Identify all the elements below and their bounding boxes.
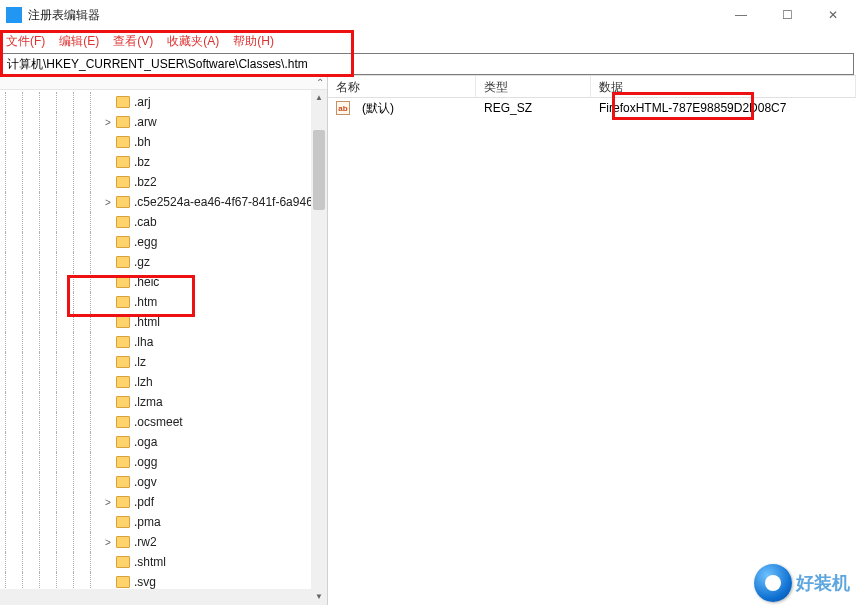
folder-icon [116,436,130,448]
tree-item[interactable]: .lzma [0,392,327,412]
address-bar[interactable] [2,53,854,75]
tree-item[interactable]: .html [0,312,327,332]
tree-item-label: .oga [134,435,157,449]
tree-scrollbar-vertical[interactable]: ▲ ▼ [311,90,327,605]
folder-icon [116,356,130,368]
tree-pane: ⌃ .arj>.arw.bh.bz.bz2>.c5e2524a-ea46-4f6… [0,76,328,605]
maximize-button[interactable]: ☐ [764,0,810,30]
folder-icon [116,296,130,308]
tree-item[interactable]: .gz [0,252,327,272]
watermark-text: 好装机 [796,571,850,595]
tree-item[interactable]: .pma [0,512,327,532]
scroll-up-icon[interactable]: ▲ [311,90,327,106]
tree-item[interactable]: .bh [0,132,327,152]
tree-item-label: .bz2 [134,175,157,189]
folder-icon [116,516,130,528]
tree-item[interactable]: .ogg [0,452,327,472]
tree-item-label: .arj [134,95,151,109]
tree-item-label: .bz [134,155,150,169]
tree-item[interactable]: >.c5e2524a-ea46-4f67-841f-6a9465d [0,192,327,212]
tree-item-label: .lzma [134,395,163,409]
expand-icon[interactable]: > [102,497,114,508]
tree-item-label: .arw [134,115,157,129]
scroll-down-icon[interactable]: ▼ [311,589,327,605]
value-type: REG_SZ [476,101,591,115]
value-name: (默认) [354,100,476,117]
scroll-thumb[interactable] [313,130,325,210]
column-name[interactable]: 名称 [328,76,476,98]
watermark-logo-icon [754,564,792,602]
menu-file[interactable]: 文件(F) [6,33,45,50]
tree-item[interactable]: .bz [0,152,327,172]
app-icon [6,7,22,23]
menu-bar: 文件(F) 编辑(E) 查看(V) 收藏夹(A) 帮助(H) [0,30,856,52]
tree-item-label: .pma [134,515,161,529]
tree-collapse-icon[interactable]: ⌃ [313,76,327,90]
content-area: ⌃ .arj>.arw.bh.bz.bz2>.c5e2524a-ea46-4f6… [0,75,856,605]
tree-item[interactable]: .lz [0,352,327,372]
tree-item-label: .lha [134,335,153,349]
folder-icon [116,136,130,148]
folder-icon [116,416,130,428]
folder-icon [116,396,130,408]
folder-icon [116,576,130,588]
tree-item-label: .lz [134,355,146,369]
folder-icon [116,176,130,188]
column-type[interactable]: 类型 [476,76,591,98]
tree-item[interactable]: .bz2 [0,172,327,192]
folder-icon [116,96,130,108]
tree-item[interactable]: .ocsmeet [0,412,327,432]
tree-item[interactable]: .heic [0,272,327,292]
tree-item-label: .ocsmeet [134,415,183,429]
menu-help[interactable]: 帮助(H) [233,33,274,50]
tree-item-label: .rw2 [134,535,157,549]
tree-item-label: .ogg [134,455,157,469]
menu-favorites[interactable]: 收藏夹(A) [167,33,219,50]
tree-item[interactable]: .htm [0,292,327,312]
tree-item[interactable]: .lha [0,332,327,352]
tree-item[interactable]: .egg [0,232,327,252]
folder-icon [116,236,130,248]
expand-icon[interactable]: > [102,117,114,128]
tree-item-label: .shtml [134,555,166,569]
minimize-button[interactable]: — [718,0,764,30]
menu-edit[interactable]: 编辑(E) [59,33,99,50]
tree-item-label: .lzh [134,375,153,389]
value-row[interactable]: ab (默认) REG_SZ FirefoxHTML-787E98859D2D0… [328,98,856,118]
address-input[interactable] [7,57,849,71]
folder-icon [116,456,130,468]
values-header: 名称 类型 数据 [328,76,856,98]
tree-item-label: .html [134,315,160,329]
watermark: 好装机 [754,564,850,602]
folder-icon [116,536,130,548]
expand-icon[interactable]: > [102,537,114,548]
folder-icon [116,476,130,488]
tree-item[interactable]: .oga [0,432,327,452]
tree-item-label: .ogv [134,475,157,489]
menu-view[interactable]: 查看(V) [113,33,153,50]
tree-item[interactable]: .lzh [0,372,327,392]
window-title: 注册表编辑器 [28,7,718,24]
tree-item-label: .svg [134,575,156,589]
folder-icon [116,336,130,348]
values-pane: 名称 类型 数据 ab (默认) REG_SZ FirefoxHTML-787E… [328,76,856,605]
folder-icon [116,196,130,208]
tree-item[interactable]: .shtml [0,552,327,572]
tree-item[interactable]: >.rw2 [0,532,327,552]
tree-item[interactable]: >.pdf [0,492,327,512]
folder-icon [116,256,130,268]
tree-scrollbar-horizontal[interactable] [0,589,311,605]
tree-item[interactable]: >.arw [0,112,327,132]
tree-item-label: .gz [134,255,150,269]
registry-tree[interactable]: .arj>.arw.bh.bz.bz2>.c5e2524a-ea46-4f67-… [0,90,327,592]
tree-item[interactable]: .arj [0,92,327,112]
tree-header: ⌃ [0,76,327,90]
tree-item-label: .cab [134,215,157,229]
title-bar: 注册表编辑器 — ☐ ✕ [0,0,856,30]
folder-icon [116,156,130,168]
tree-item[interactable]: .ogv [0,472,327,492]
tree-item[interactable]: .cab [0,212,327,232]
column-data[interactable]: 数据 [591,76,856,98]
close-button[interactable]: ✕ [810,0,856,30]
expand-icon[interactable]: > [102,197,114,208]
